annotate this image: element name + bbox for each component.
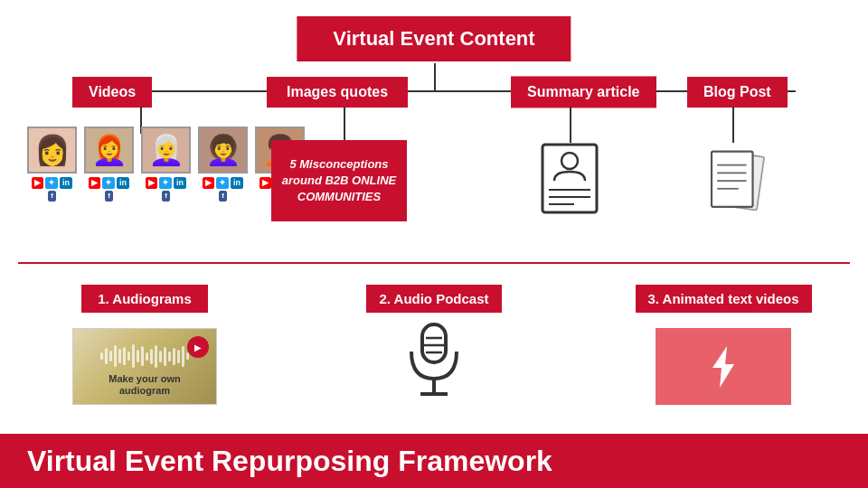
audiograms-label: 1. Audiograms	[81, 285, 208, 313]
tw-icon-2: ✦	[102, 177, 115, 189]
podcast-icon	[402, 320, 466, 414]
tw-icon-4: ✦	[216, 177, 229, 189]
svg-rect-0	[542, 145, 597, 212]
audiogram-content: ▶ Make your ownaudiogram	[72, 324, 217, 409]
category-blog: Blog Post	[687, 77, 788, 108]
svg-point-1	[561, 153, 578, 169]
fb-icon-1: f	[48, 191, 56, 202]
top-vertical-connector	[434, 63, 436, 90]
images-quote-thumbnail: 5 Misconceptions around B2B ONLINE COMMU…	[271, 140, 407, 221]
yt-icon-1: ▶	[32, 177, 43, 189]
category-images-label: Images quotes	[287, 84, 388, 99]
bottom-item-audiograms: 1. Audiograms ▶ Make your ownaudiogram	[0, 276, 289, 418]
video-thumb-1: 👩 ▶ ✦ in f	[27, 127, 77, 202]
yt-icon-5: ▶	[259, 177, 271, 189]
drop-summary-content	[570, 107, 571, 143]
mid-divider	[18, 262, 850, 264]
category-images: Images quotes	[267, 77, 408, 108]
fb-icon-2: f	[105, 191, 113, 202]
tw-icon-1: ✦	[45, 177, 58, 189]
svg-rect-6	[712, 151, 753, 206]
podcast-content	[362, 324, 506, 409]
drop-images-content	[344, 107, 345, 143]
tw-icon-3: ✦	[159, 177, 172, 189]
category-videos: Videos	[72, 77, 152, 108]
audiogram-play-btn[interactable]: ▶	[187, 336, 209, 358]
svg-marker-17	[712, 346, 734, 388]
bottom-item-podcast: 2. Audio Podcast	[289, 276, 579, 418]
blog-post-icon	[701, 140, 773, 221]
bottom-section: 1. Audiograms ▶ Make your ownaudiogram	[0, 276, 868, 418]
fb-icon-4: f	[219, 191, 227, 202]
top-node: Virtual Event Content	[297, 16, 571, 61]
animated-thumbnail	[656, 328, 791, 405]
svg-rect-11	[422, 324, 446, 362]
video-thumb-3: 👩‍🦳 ▶ ✦ in f	[141, 127, 191, 202]
fb-icon-3: f	[162, 191, 170, 202]
top-node-label: Virtual Event Content	[333, 27, 534, 50]
podcast-label: 2. Audio Podcast	[366, 285, 501, 313]
audiogram-text: Make your ownaudiogram	[108, 373, 180, 404]
animated-label: 3. Animated text videos	[636, 285, 812, 313]
audiogram-image: ▶ Make your ownaudiogram	[72, 328, 217, 405]
images-quote-text: 5 Misconceptions around B2B ONLINE COMMU…	[278, 156, 400, 206]
category-videos-label: Videos	[89, 84, 136, 99]
yt-icon-4: ▶	[203, 177, 214, 189]
bottom-item-animated: 3. Animated text videos	[579, 276, 868, 418]
li-icon-3: in	[174, 177, 186, 189]
footer-bar: Virtual Event Repurposing Framework	[0, 434, 868, 488]
video-row: 👩 ▶ ✦ in f 👩‍🦰 ▶ ✦ in f 👩‍🦳	[27, 127, 305, 202]
drop-blog-content	[732, 107, 734, 143]
li-icon-1: in	[60, 177, 72, 189]
yt-icon-2: ▶	[89, 177, 100, 189]
yt-icon-3: ▶	[146, 177, 157, 189]
main-content: Virtual Event Content Videos Images quot…	[0, 0, 868, 434]
li-icon-2: in	[117, 177, 129, 189]
li-icon-4: in	[231, 177, 243, 189]
category-summary-label: Summary article	[527, 84, 640, 99]
category-summary: Summary article	[511, 76, 656, 108]
video-thumb-4: 👩‍🦱 ▶ ✦ in f	[198, 127, 248, 202]
footer-label: Virtual Event Repurposing Framework	[27, 445, 552, 478]
animated-content	[651, 324, 796, 409]
category-blog-label: Blog Post	[703, 84, 771, 99]
video-thumb-2: 👩‍🦰 ▶ ✦ in f	[84, 127, 134, 202]
summary-article-icon	[533, 140, 606, 221]
